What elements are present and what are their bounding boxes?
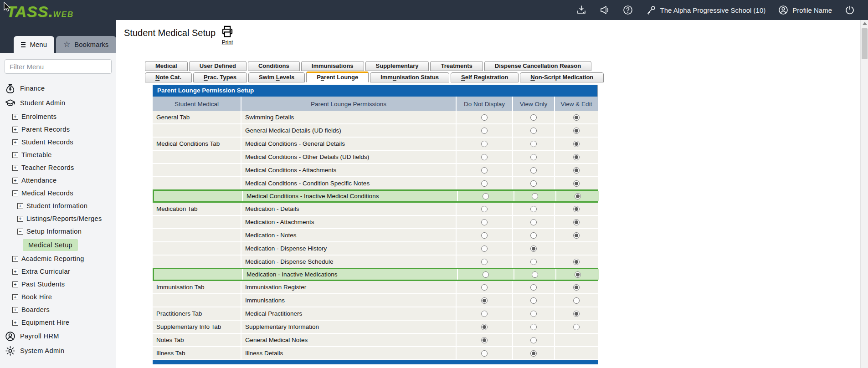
tab-prac-types[interactable]: Prac. Types xyxy=(193,72,247,82)
radio-view-edit-selected[interactable] xyxy=(573,167,580,174)
sidebar-item-boarders[interactable]: +Boarders xyxy=(0,303,116,316)
sidebar-item-parent-records[interactable]: +Parent Records xyxy=(0,123,116,136)
tab-note-cat-[interactable]: Note Cat. xyxy=(145,72,192,82)
radio-view-only[interactable] xyxy=(530,141,537,147)
radio-view-only[interactable] xyxy=(530,128,537,134)
sidebar-item-extra-curricular[interactable]: +Extra Curricular xyxy=(0,265,116,278)
radio-view-edit[interactable] xyxy=(573,297,580,304)
radio-view-only[interactable] xyxy=(530,324,537,330)
profile-menu[interactable]: Profile Name xyxy=(778,5,832,15)
tab-parent-lounge[interactable]: Parent Lounge xyxy=(306,72,369,82)
radio-do-not-display-selected[interactable] xyxy=(481,297,488,304)
expand-icon[interactable]: + xyxy=(12,269,18,275)
sidebar-item-equipment-hire[interactable]: +Equipment Hire xyxy=(0,316,116,329)
radio-do-not-display[interactable] xyxy=(481,232,488,239)
sidebar-item-payroll-hrm[interactable]: Payroll HRM xyxy=(0,329,116,343)
radio-do-not-display[interactable] xyxy=(481,259,488,265)
sidebar-item-book-hire[interactable]: +Book Hire xyxy=(0,291,116,303)
sidebar-item-medical-records[interactable]: −Medical Records xyxy=(0,187,116,199)
help-icon[interactable] xyxy=(622,5,633,15)
expand-icon[interactable]: + xyxy=(12,307,18,313)
sidebar-item-student-admin[interactable]: Student Admin xyxy=(0,96,116,110)
tab-immunisations[interactable]: Immunisations xyxy=(301,61,364,71)
radio-view-only[interactable] xyxy=(532,271,538,278)
radio-do-not-display[interactable] xyxy=(481,114,488,121)
expand-icon[interactable]: + xyxy=(12,281,18,287)
radio-do-not-display[interactable] xyxy=(481,350,488,357)
radio-do-not-display[interactable] xyxy=(481,245,488,252)
radio-view-edit-selected[interactable] xyxy=(573,259,580,265)
radio-view-edit-selected[interactable] xyxy=(573,284,580,291)
tab-immunisation-status[interactable]: Immunisation Status xyxy=(370,72,449,82)
radio-view-edit-selected[interactable] xyxy=(573,232,580,239)
tab-treatments[interactable]: Treatments xyxy=(430,61,483,71)
filter-menu-input[interactable] xyxy=(5,59,112,74)
expand-icon[interactable]: + xyxy=(12,294,18,300)
radio-view-edit-selected[interactable] xyxy=(575,193,581,199)
radio-view-edit-selected[interactable] xyxy=(573,114,580,121)
menu-tab[interactable]: Menu xyxy=(14,36,54,53)
power-icon[interactable] xyxy=(844,5,855,15)
radio-view-edit-selected[interactable] xyxy=(573,180,580,187)
expand-icon[interactable]: + xyxy=(17,216,23,222)
megaphone-icon[interactable] xyxy=(599,5,610,15)
tab-supplementary[interactable]: Supplementary xyxy=(365,61,429,71)
radio-view-only[interactable] xyxy=(532,193,538,199)
radio-do-not-display[interactable] xyxy=(481,180,488,187)
expand-icon[interactable]: + xyxy=(12,320,18,326)
expand-icon[interactable]: + xyxy=(12,152,18,158)
tab-dispense-cancellation-reason[interactable]: Dispense Cancellation Reason xyxy=(484,61,591,71)
radio-view-only[interactable] xyxy=(530,259,537,265)
sidebar-item-student-records[interactable]: +Student Records xyxy=(0,136,116,148)
radio-view-only[interactable] xyxy=(530,180,537,187)
radio-view-edit-selected[interactable] xyxy=(573,219,580,225)
expand-icon[interactable]: + xyxy=(12,139,18,145)
radio-view-only-selected[interactable] xyxy=(530,350,537,357)
collapse-icon[interactable]: − xyxy=(17,229,23,235)
radio-view-edit-selected[interactable] xyxy=(573,128,580,134)
expand-icon[interactable]: + xyxy=(12,178,18,184)
scroll-up-arrow[interactable] xyxy=(863,22,867,25)
sidebar-item-past-students[interactable]: +Past Students xyxy=(0,278,116,291)
sidebar-item-student-information[interactable]: +Student Information xyxy=(0,199,116,212)
sidebar-item-attendance[interactable]: +Attendance xyxy=(0,174,116,187)
tab-self-registration[interactable]: Self Registration xyxy=(451,72,519,82)
current-school[interactable]: The Alpha Progressive School (10) xyxy=(646,5,766,15)
vertical-scrollbar[interactable] xyxy=(860,20,868,368)
sidebar-item-listings-reports-merges[interactable]: +Listings/Reports/Merges xyxy=(0,212,116,225)
radio-view-edit-selected[interactable] xyxy=(573,311,580,317)
sidebar-item-teacher-records[interactable]: +Teacher Records xyxy=(0,161,116,174)
expand-icon[interactable]: + xyxy=(17,203,23,209)
tass-web-logo[interactable]: TASS.WEB xyxy=(6,3,74,20)
radio-view-only[interactable] xyxy=(530,167,537,174)
sidebar-item-academic-reporting[interactable]: +Academic Reporting xyxy=(0,252,116,265)
radio-view-only[interactable] xyxy=(530,311,537,317)
sidebar-item-finance[interactable]: Finance xyxy=(0,81,116,96)
radio-view-only[interactable] xyxy=(530,284,537,291)
radio-do-not-display[interactable] xyxy=(481,311,488,317)
expand-icon[interactable]: + xyxy=(12,165,18,171)
sidebar-item-system-admin[interactable]: System Admin xyxy=(0,343,116,358)
scrollbar-thumb[interactable] xyxy=(862,28,868,59)
collapse-icon[interactable]: − xyxy=(12,190,18,196)
expand-icon[interactable]: + xyxy=(12,256,18,262)
bookmarks-tab[interactable]: ☆ Bookmarks xyxy=(56,36,116,53)
sidebar-item-enrolments[interactable]: +Enrolments xyxy=(0,110,116,123)
download-icon[interactable] xyxy=(576,5,587,15)
expand-icon[interactable]: + xyxy=(12,114,18,120)
radio-do-not-display[interactable] xyxy=(481,284,488,291)
radio-view-edit-selected[interactable] xyxy=(573,206,580,212)
radio-view-only-selected[interactable] xyxy=(530,245,537,252)
radio-do-not-display[interactable] xyxy=(483,193,489,199)
tab-non-script-medication[interactable]: Non-Script Medication xyxy=(520,72,604,82)
sidebar-item-setup-information[interactable]: −Setup Information xyxy=(0,225,116,238)
radio-do-not-display-selected[interactable] xyxy=(481,337,488,343)
radio-do-not-display[interactable] xyxy=(481,154,488,160)
radio-view-only[interactable] xyxy=(530,206,537,212)
tab-medical[interactable]: Medical xyxy=(145,61,188,71)
radio-view-edit[interactable] xyxy=(573,324,580,330)
sidebar-item-medical-setup[interactable]: Medical Setup xyxy=(0,238,116,252)
radio-view-edit-selected[interactable] xyxy=(573,154,580,160)
radio-view-only[interactable] xyxy=(530,219,537,225)
print-button[interactable]: Print xyxy=(217,25,237,46)
